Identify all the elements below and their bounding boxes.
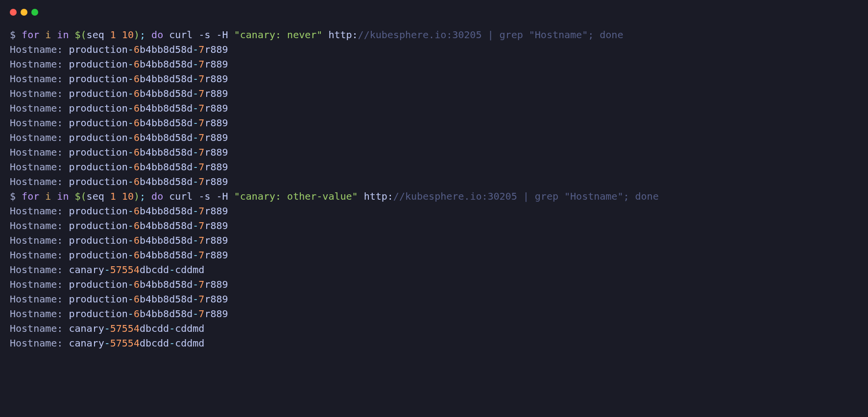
cmd-token: ;	[140, 190, 145, 202]
hostname-label: Hostname:	[10, 117, 69, 129]
hostname-part: 6	[134, 205, 140, 217]
hostname-part: canary	[69, 264, 104, 276]
hostname-part: -	[128, 176, 134, 187]
cmd-token	[145, 29, 151, 41]
cmd-token: curl	[163, 29, 198, 41]
cmd-token: do	[151, 29, 163, 41]
hostname-part: -	[193, 278, 198, 290]
hostname-part: -	[128, 278, 134, 290]
hostname-part: -	[128, 308, 134, 320]
hostname-part: r889	[204, 205, 228, 217]
hostname-part: cddmd	[175, 264, 204, 276]
output-line: Hostname: canary-57554dbcdd-cddmd	[10, 336, 858, 350]
hostname-part: 7	[198, 278, 204, 290]
hostname-part: canary	[69, 337, 104, 349]
hostname-part: b4bb8d58d	[140, 176, 193, 187]
hostname-part: 7	[198, 132, 204, 143]
cmd-token: seq	[87, 29, 110, 41]
cmd-token	[211, 29, 217, 41]
hostname-label: Hostname:	[10, 58, 69, 70]
hostname-part: r889	[204, 176, 228, 187]
hostname-part: b4bb8d58d	[140, 249, 193, 261]
hostname-part: b4bb8d58d	[140, 146, 193, 158]
hostname-part: production	[69, 117, 127, 129]
output-line: Hostname: production-6b4bb8d58d-7r889	[10, 204, 858, 218]
hostname-part: r889	[204, 146, 228, 158]
hostname-part: -	[169, 323, 175, 334]
hostname-part: production	[69, 102, 127, 114]
cmd-token: $(	[75, 190, 87, 202]
hostname-part: r889	[204, 308, 228, 320]
hostname-part: -	[193, 205, 198, 217]
hostname-part: production	[69, 44, 127, 55]
hostname-part: b4bb8d58d	[140, 117, 193, 129]
hostname-part: -	[104, 323, 110, 334]
cmd-token: i	[45, 29, 51, 41]
hostname-part: production	[69, 58, 127, 70]
hostname-part: -	[104, 337, 110, 349]
output-line: Hostname: production-6b4bb8d58d-7r889	[10, 71, 858, 86]
cmd-token	[145, 190, 151, 202]
cmd-token: //kubesphere.io:30205 | grep "Hostname";…	[358, 29, 624, 41]
cmd-token: -s	[198, 29, 210, 41]
hostname-label: Hostname:	[10, 308, 69, 320]
hostname-part: -	[128, 161, 134, 173]
output-line: Hostname: production-6b4bb8d58d-7r889	[10, 248, 858, 262]
shell-prompt: $	[10, 29, 16, 41]
output-line: Hostname: production-6b4bb8d58d-7r889	[10, 277, 858, 292]
cmd-token: )	[134, 29, 140, 41]
cmd-token	[69, 190, 74, 202]
hostname-part: -	[128, 102, 134, 114]
cmd-token	[51, 29, 57, 41]
hostname-part: 6	[134, 117, 140, 129]
cmd-token: -s	[198, 190, 210, 202]
cmd-token: seq	[87, 190, 110, 202]
cmd-token: $(	[75, 29, 87, 41]
hostname-part: 7	[198, 176, 204, 187]
hostname-part: 7	[198, 293, 204, 305]
hostname-part: r889	[204, 293, 228, 305]
output-line: Hostname: production-6b4bb8d58d-7r889	[10, 42, 858, 57]
hostname-part: 7	[198, 73, 204, 85]
hostname-part: production	[69, 205, 127, 217]
hostname-part: b4bb8d58d	[140, 278, 193, 290]
minimize-icon[interactable]	[21, 9, 27, 16]
hostname-part: -	[169, 337, 175, 349]
cmd-token	[228, 29, 234, 41]
hostname-label: Hostname:	[10, 176, 69, 187]
hostname-part: -	[193, 161, 198, 173]
hostname-part: -	[128, 58, 134, 70]
hostname-part: b4bb8d58d	[140, 293, 193, 305]
hostname-part: -	[128, 249, 134, 261]
hostname-part: 6	[134, 308, 140, 320]
hostname-part: -	[128, 132, 134, 143]
hostname-part: 6	[134, 278, 140, 290]
hostname-part: r889	[204, 220, 228, 232]
hostname-part: 6	[134, 132, 140, 143]
maximize-icon[interactable]	[31, 9, 38, 16]
hostname-part: 6	[134, 58, 140, 70]
hostname-part: b4bb8d58d	[140, 132, 193, 143]
hostname-part: 7	[198, 44, 204, 55]
cmd-token: -H	[217, 29, 228, 41]
hostname-part: canary	[69, 323, 104, 334]
cmd-token: curl	[163, 190, 198, 202]
hostname-part: r889	[204, 117, 228, 129]
cmd-token: 10	[122, 29, 134, 41]
hostname-part: -	[193, 58, 198, 70]
hostname-label: Hostname:	[10, 323, 69, 334]
hostname-part: 57554	[110, 337, 140, 349]
hostname-part: production	[69, 220, 127, 232]
hostname-part: r889	[204, 44, 228, 55]
terminal-output[interactable]: $ for i in $(seq 1 10); do curl -s -H "c…	[10, 27, 858, 350]
hostname-part: r889	[204, 249, 228, 261]
hostname-part: b4bb8d58d	[140, 220, 193, 232]
hostname-part: dbcdd	[140, 264, 169, 276]
hostname-part: production	[69, 161, 127, 173]
cmd-token	[16, 190, 22, 202]
hostname-part: b4bb8d58d	[140, 73, 193, 85]
output-line: Hostname: production-6b4bb8d58d-7r889	[10, 306, 858, 321]
close-icon[interactable]	[10, 9, 17, 16]
cmd-token: )	[134, 190, 140, 202]
hostname-label: Hostname:	[10, 220, 69, 232]
